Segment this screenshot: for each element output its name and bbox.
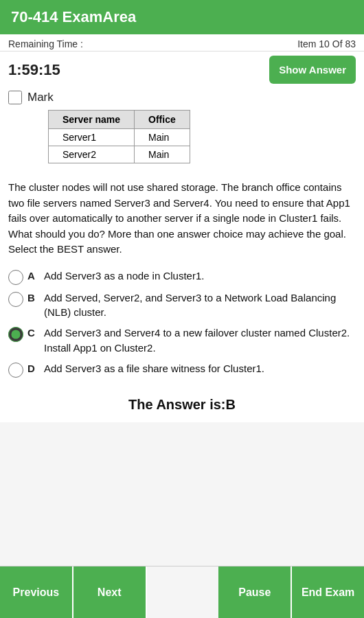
- show-answer-button[interactable]: Show Answer: [269, 56, 356, 84]
- option-radio-b[interactable]: [8, 292, 23, 307]
- option-radio-c[interactable]: [8, 327, 23, 342]
- option-text: Add Served, Server2, and Server3 to a Ne…: [44, 290, 356, 321]
- pause-button[interactable]: Pause: [218, 566, 292, 618]
- option-text: Add Server3 as a node in Cluster1.: [44, 268, 204, 284]
- app-header: 70-414 ExamArea: [0, 0, 364, 34]
- previous-button[interactable]: Previous: [0, 566, 73, 618]
- option-letter: B: [27, 292, 40, 304]
- option-letter: D: [27, 363, 40, 374]
- answer-reveal: The Answer is:B: [0, 390, 364, 422]
- server-table: Server name Office Server1MainServer2Mai…: [48, 110, 190, 163]
- option-row: AAdd Server3 as a node in Cluster1.: [8, 268, 356, 285]
- table-row: Server2Main: [49, 146, 190, 163]
- options-container: AAdd Server3 as a node in Cluster1.BAdd …: [0, 264, 364, 390]
- timer-row: 1:59:15 Show Answer: [0, 52, 364, 88]
- question-text: The cluster nodes will not use shared st…: [0, 170, 364, 264]
- server-table-container: Server name Office Server1MainServer2Mai…: [0, 110, 364, 170]
- option-row: CAdd Server3 and Server4 to a new failov…: [8, 325, 356, 356]
- option-letter: A: [27, 270, 40, 282]
- option-text: Add Server3 and Server4 to a new failove…: [44, 325, 356, 356]
- table-cell: Server1: [49, 129, 135, 146]
- next-button[interactable]: Next: [73, 566, 147, 618]
- nav-spacer: [147, 566, 219, 618]
- remaining-time-label: Remaining Time :: [8, 38, 83, 49]
- table-header-server: Server name: [49, 111, 135, 129]
- option-row: DAdd Server3 as a file share witness for…: [8, 361, 356, 378]
- table-cell: Server2: [49, 146, 135, 163]
- app-title: 70-414 ExamArea: [11, 8, 136, 25]
- mark-label[interactable]: Mark: [27, 91, 54, 104]
- table-cell: Main: [135, 129, 190, 146]
- table-cell: Main: [135, 146, 190, 163]
- option-radio-a[interactable]: [8, 270, 23, 285]
- item-counter: Item 10 Of 83: [297, 38, 356, 49]
- mark-checkbox[interactable]: [8, 91, 22, 104]
- table-body: Server1MainServer2Main: [49, 129, 190, 163]
- info-bar: Remaining Time : Item 10 Of 83: [0, 34, 364, 52]
- end-exam-button[interactable]: End Exam: [292, 566, 364, 618]
- table-header-office: Office: [135, 111, 190, 129]
- option-letter: C: [27, 327, 40, 339]
- option-radio-d[interactable]: [8, 363, 23, 378]
- bottom-nav: Previous Next Pause End Exam: [0, 566, 364, 618]
- mark-row: Mark: [0, 88, 364, 110]
- option-text: Add Server3 as a file share witness for …: [44, 361, 264, 376]
- option-row: BAdd Served, Server2, and Server3 to a N…: [8, 290, 356, 321]
- countdown-timer: 1:59:15: [8, 61, 60, 79]
- table-row: Server1Main: [49, 129, 190, 146]
